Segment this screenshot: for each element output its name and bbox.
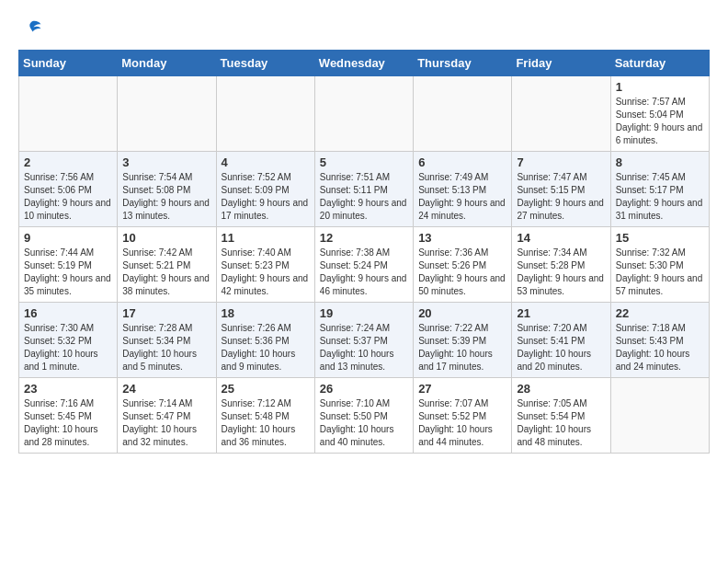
day-number: 8 — [616, 155, 704, 169]
col-header-monday: Monday — [118, 51, 216, 76]
day-info: Sunrise: 7:22 AM Sunset: 5:39 PM Dayligh… — [418, 322, 506, 373]
day-info: Sunrise: 7:38 AM Sunset: 5:24 PM Dayligh… — [320, 247, 408, 298]
day-number: 19 — [320, 306, 408, 320]
calendar-day — [512, 76, 610, 152]
calendar-week-5: 23Sunrise: 7:16 AM Sunset: 5:45 PM Dayli… — [19, 378, 710, 454]
calendar-day: 25Sunrise: 7:12 AM Sunset: 5:48 PM Dayli… — [216, 378, 314, 454]
day-number: 11 — [222, 231, 310, 245]
calendar-day: 22Sunrise: 7:18 AM Sunset: 5:43 PM Dayli… — [610, 303, 709, 378]
col-header-tuesday: Tuesday — [216, 51, 314, 76]
calendar-day: 17Sunrise: 7:28 AM Sunset: 5:34 PM Dayli… — [118, 303, 216, 378]
day-info: Sunrise: 7:34 AM Sunset: 5:28 PM Dayligh… — [517, 247, 605, 298]
col-header-saturday: Saturday — [610, 51, 709, 76]
calendar-day: 26Sunrise: 7:10 AM Sunset: 5:50 PM Dayli… — [314, 378, 413, 454]
calendar-week-1: 1Sunrise: 7:57 AM Sunset: 5:04 PM Daylig… — [19, 76, 710, 152]
day-info: Sunrise: 7:24 AM Sunset: 5:37 PM Dayligh… — [320, 322, 408, 373]
day-number: 17 — [122, 306, 210, 320]
day-info: Sunrise: 7:32 AM Sunset: 5:30 PM Dayligh… — [616, 247, 704, 298]
day-number: 21 — [517, 306, 605, 320]
calendar-day: 19Sunrise: 7:24 AM Sunset: 5:37 PM Dayli… — [314, 303, 413, 378]
calendar-day — [216, 76, 314, 152]
day-info: Sunrise: 7:20 AM Sunset: 5:41 PM Dayligh… — [517, 322, 605, 373]
calendar-day: 1Sunrise: 7:57 AM Sunset: 5:04 PM Daylig… — [610, 76, 709, 152]
day-number: 14 — [517, 231, 605, 245]
calendar-day: 8Sunrise: 7:45 AM Sunset: 5:17 PM Daylig… — [610, 152, 709, 227]
calendar-day: 16Sunrise: 7:30 AM Sunset: 5:32 PM Dayli… — [19, 303, 118, 378]
day-info: Sunrise: 7:12 AM Sunset: 5:48 PM Dayligh… — [222, 397, 310, 449]
calendar-day: 24Sunrise: 7:14 AM Sunset: 5:47 PM Dayli… — [118, 378, 216, 454]
day-info: Sunrise: 7:10 AM Sunset: 5:50 PM Dayligh… — [320, 397, 408, 449]
col-header-sunday: Sunday — [19, 51, 118, 76]
day-number: 4 — [222, 155, 310, 169]
calendar-day: 7Sunrise: 7:47 AM Sunset: 5:15 PM Daylig… — [512, 152, 610, 227]
calendar-day: 4Sunrise: 7:52 AM Sunset: 5:09 PM Daylig… — [216, 152, 314, 227]
calendar-day — [118, 76, 216, 152]
calendar-day — [610, 378, 709, 454]
day-info: Sunrise: 7:45 AM Sunset: 5:17 PM Dayligh… — [616, 171, 704, 223]
day-number: 2 — [24, 155, 112, 169]
day-number: 12 — [320, 231, 408, 245]
day-number: 25 — [222, 382, 310, 396]
day-number: 16 — [24, 306, 112, 320]
day-number: 23 — [24, 382, 112, 396]
day-number: 7 — [517, 155, 605, 169]
calendar-day — [19, 76, 118, 152]
logo — [18, 18, 42, 40]
day-info: Sunrise: 7:28 AM Sunset: 5:34 PM Dayligh… — [122, 322, 210, 373]
day-info: Sunrise: 7:18 AM Sunset: 5:43 PM Dayligh… — [616, 322, 704, 373]
calendar-day: 10Sunrise: 7:42 AM Sunset: 5:21 PM Dayli… — [118, 227, 216, 303]
day-number: 15 — [616, 231, 704, 245]
day-info: Sunrise: 7:14 AM Sunset: 5:47 PM Dayligh… — [122, 397, 210, 449]
day-info: Sunrise: 7:52 AM Sunset: 5:09 PM Dayligh… — [222, 171, 310, 223]
day-number: 10 — [122, 231, 210, 245]
calendar-day — [314, 76, 413, 152]
day-number: 27 — [418, 382, 506, 396]
day-number: 9 — [24, 231, 112, 245]
calendar-day: 14Sunrise: 7:34 AM Sunset: 5:28 PM Dayli… — [512, 227, 610, 303]
day-info: Sunrise: 7:51 AM Sunset: 5:11 PM Dayligh… — [320, 171, 408, 223]
col-header-wednesday: Wednesday — [314, 51, 413, 76]
day-info: Sunrise: 7:49 AM Sunset: 5:13 PM Dayligh… — [418, 171, 506, 223]
calendar-day: 21Sunrise: 7:20 AM Sunset: 5:41 PM Dayli… — [512, 303, 610, 378]
day-info: Sunrise: 7:07 AM Sunset: 5:52 PM Dayligh… — [418, 397, 506, 449]
day-info: Sunrise: 7:57 AM Sunset: 5:04 PM Dayligh… — [616, 96, 704, 147]
calendar-week-3: 9Sunrise: 7:44 AM Sunset: 5:19 PM Daylig… — [19, 227, 710, 303]
day-number: 5 — [320, 155, 408, 169]
calendar-day: 28Sunrise: 7:05 AM Sunset: 5:54 PM Dayli… — [512, 378, 610, 454]
calendar-day: 6Sunrise: 7:49 AM Sunset: 5:13 PM Daylig… — [414, 152, 512, 227]
calendar-day: 15Sunrise: 7:32 AM Sunset: 5:30 PM Dayli… — [610, 227, 709, 303]
day-info: Sunrise: 7:42 AM Sunset: 5:21 PM Dayligh… — [122, 247, 210, 298]
page-header — [18, 18, 710, 40]
day-info: Sunrise: 7:40 AM Sunset: 5:23 PM Dayligh… — [222, 247, 310, 298]
day-number: 22 — [616, 306, 704, 320]
calendar-day: 2Sunrise: 7:56 AM Sunset: 5:06 PM Daylig… — [19, 152, 118, 227]
calendar-day: 27Sunrise: 7:07 AM Sunset: 5:52 PM Dayli… — [414, 378, 512, 454]
day-info: Sunrise: 7:44 AM Sunset: 5:19 PM Dayligh… — [24, 247, 112, 298]
day-number: 28 — [517, 382, 605, 396]
day-number: 6 — [418, 155, 506, 169]
calendar-week-4: 16Sunrise: 7:30 AM Sunset: 5:32 PM Dayli… — [19, 303, 710, 378]
day-number: 3 — [122, 155, 210, 169]
calendar-day: 12Sunrise: 7:38 AM Sunset: 5:24 PM Dayli… — [314, 227, 413, 303]
calendar-day: 9Sunrise: 7:44 AM Sunset: 5:19 PM Daylig… — [19, 227, 118, 303]
day-info: Sunrise: 7:36 AM Sunset: 5:26 PM Dayligh… — [418, 247, 506, 298]
day-info: Sunrise: 7:26 AM Sunset: 5:36 PM Dayligh… — [222, 322, 310, 373]
day-info: Sunrise: 7:54 AM Sunset: 5:08 PM Dayligh… — [122, 171, 210, 223]
day-number: 24 — [122, 382, 210, 396]
day-number: 20 — [418, 306, 506, 320]
day-number: 18 — [222, 306, 310, 320]
col-header-friday: Friday — [512, 51, 610, 76]
calendar-day: 18Sunrise: 7:26 AM Sunset: 5:36 PM Dayli… — [216, 303, 314, 378]
calendar-day: 3Sunrise: 7:54 AM Sunset: 5:08 PM Daylig… — [118, 152, 216, 227]
day-info: Sunrise: 7:47 AM Sunset: 5:15 PM Dayligh… — [517, 171, 605, 223]
calendar-header-row: SundayMondayTuesdayWednesdayThursdayFrid… — [19, 51, 710, 76]
day-info: Sunrise: 7:30 AM Sunset: 5:32 PM Dayligh… — [24, 322, 112, 373]
calendar-day: 11Sunrise: 7:40 AM Sunset: 5:23 PM Dayli… — [216, 227, 314, 303]
calendar-day: 23Sunrise: 7:16 AM Sunset: 5:45 PM Dayli… — [19, 378, 118, 454]
col-header-thursday: Thursday — [414, 51, 512, 76]
day-number: 26 — [320, 382, 408, 396]
calendar-week-2: 2Sunrise: 7:56 AM Sunset: 5:06 PM Daylig… — [19, 152, 710, 227]
day-info: Sunrise: 7:56 AM Sunset: 5:06 PM Dayligh… — [24, 171, 112, 223]
calendar-day: 13Sunrise: 7:36 AM Sunset: 5:26 PM Dayli… — [414, 227, 512, 303]
calendar-day: 5Sunrise: 7:51 AM Sunset: 5:11 PM Daylig… — [314, 152, 413, 227]
